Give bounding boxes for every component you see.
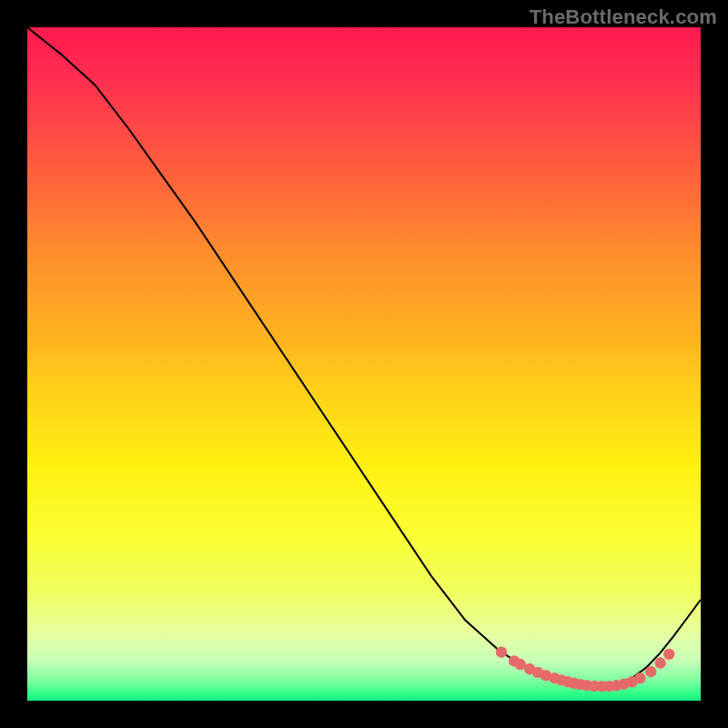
data-marker: [634, 672, 645, 683]
data-marker: [645, 666, 656, 677]
data-marker: [663, 649, 674, 660]
data-marker: [654, 657, 665, 668]
chart-svg: [27, 27, 701, 701]
series-curve: [27, 27, 701, 686]
chart-stage: TheBottleneck.com: [0, 0, 728, 728]
marker-group: [496, 647, 675, 693]
data-marker: [496, 647, 507, 658]
watermark-text: TheBottleneck.com: [530, 5, 717, 29]
plot-area: [27, 27, 701, 701]
